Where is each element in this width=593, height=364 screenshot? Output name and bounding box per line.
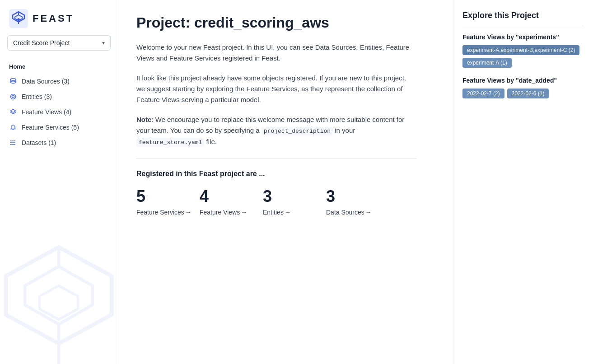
sidebar-item-entities[interactable]: Entities (3)	[0, 89, 118, 104]
content-divider	[136, 159, 416, 159]
explore-section-by-date-added: Feature Views by "date_added"2022-02-7 (…	[462, 77, 584, 98]
bell-icon	[9, 123, 17, 131]
note-paragraph: Note: We encourage you to replace this w…	[136, 114, 416, 148]
list-icon	[9, 139, 17, 147]
explore-title: Explore this Project	[462, 11, 584, 26]
stat-item-0[interactable]: 5 Feature Services→	[136, 187, 200, 216]
svg-point-11	[10, 144, 11, 145]
sidebar-item-datasets[interactable]: Datasets (1)	[0, 135, 118, 150]
stat-arrow-0: →	[185, 209, 191, 216]
project-selector-label: Credit Score Project	[13, 39, 70, 47]
stat-arrow-1: →	[241, 209, 247, 216]
tag-by-experiments-1[interactable]: experiment-A (1)	[462, 58, 512, 68]
database-icon	[9, 77, 17, 85]
svg-point-10	[10, 142, 11, 143]
feast-logo-icon	[9, 9, 28, 28]
note-code1: project_description	[261, 127, 333, 135]
sidebar-datasets-label: Datasets (1)	[22, 139, 56, 146]
sidebar-data-sources-label: Data Sources (3)	[22, 78, 70, 85]
explore-section-title-by-experiments: Feature Views by "experiments"	[462, 33, 584, 41]
tag-by-experiments-0[interactable]: experiment-A,experiment-B,experiment-C (…	[462, 45, 579, 55]
sidebar-nav: Data Sources (3) Entities (3) Feature Vi…	[0, 74, 118, 150]
main-content: Project: credit_scoring_aws Welcome to y…	[118, 0, 453, 364]
stat-item-3[interactable]: 3 Data Sources→	[326, 187, 389, 216]
stat-arrow-2: →	[285, 209, 291, 216]
svg-point-5	[12, 96, 14, 98]
stat-item-1[interactable]: 4 Feature Views→	[200, 187, 263, 216]
tag-row-by-date-added: 2022-02-7 (2)2022-02-6 (1)	[462, 89, 584, 98]
sidebar-home-label: Home	[0, 60, 118, 74]
note-in: in your	[333, 126, 355, 134]
explore-panel: Explore this Project Feature Views by "e…	[453, 0, 593, 364]
stat-label-0: Feature Services→	[136, 209, 200, 216]
explore-section-title-by-date-added: Feature Views by "date_added"	[462, 77, 584, 84]
tag-by-date-added-1[interactable]: 2022-02-6 (1)	[507, 89, 549, 98]
stat-number-2: 3	[263, 187, 326, 206]
stat-number-1: 4	[200, 187, 263, 206]
entity-icon	[9, 93, 17, 101]
sidebar: FEAST Credit Score Project ▾ Home Data S…	[0, 0, 118, 364]
stats-row: 5 Feature Services→ 4 Feature Views→ 3 E…	[136, 187, 416, 216]
note-end: file.	[204, 138, 217, 145]
sidebar-item-feature-services[interactable]: Feature Services (5)	[0, 120, 118, 135]
tag-by-date-added-0[interactable]: 2022-02-7 (2)	[462, 89, 504, 98]
sidebar-feature-services-label: Feature Services (5)	[22, 124, 79, 131]
registered-heading: Registered in this Feast project are ...	[136, 170, 435, 178]
stat-label-1: Feature Views→	[200, 209, 263, 216]
stat-label-2: Entities→	[263, 209, 326, 216]
sidebar-watermark	[0, 238, 118, 364]
suggestion-paragraph: It look like this project already have s…	[136, 73, 416, 105]
sidebar-item-data-sources[interactable]: Data Sources (3)	[0, 74, 118, 89]
stat-label-3: Data Sources→	[326, 209, 389, 216]
sidebar-item-feature-views[interactable]: Feature Views (4)	[0, 104, 118, 120]
stat-number-0: 5	[136, 187, 200, 206]
note-bold: Note	[136, 116, 151, 123]
intro-paragraph: Welcome to your new Feast project. In th…	[136, 42, 416, 64]
stat-arrow-3: →	[365, 209, 372, 216]
tag-row-by-experiments: experiment-A,experiment-B,experiment-C (…	[462, 45, 584, 68]
layers-icon	[9, 108, 17, 116]
sidebar-feature-views-label: Feature Views (4)	[22, 108, 71, 116]
svg-point-3	[10, 79, 16, 80]
note-code2: feature_store.yaml	[136, 138, 204, 147]
svg-point-4	[11, 94, 16, 99]
project-selector[interactable]: Credit Score Project ▾	[7, 35, 111, 51]
feast-wordmark: FEAST	[33, 13, 74, 24]
page-title: Project: credit_scoring_aws	[136, 14, 435, 31]
svg-point-9	[10, 140, 11, 141]
stat-number-3: 3	[326, 187, 389, 206]
sidebar-entities-label: Entities (3)	[22, 93, 52, 100]
chevron-down-icon: ▾	[102, 40, 105, 46]
logo-area: FEAST	[0, 0, 118, 35]
stat-item-2[interactable]: 3 Entities→	[263, 187, 326, 216]
explore-section-by-experiments: Feature Views by "experiments"experiment…	[462, 33, 584, 68]
